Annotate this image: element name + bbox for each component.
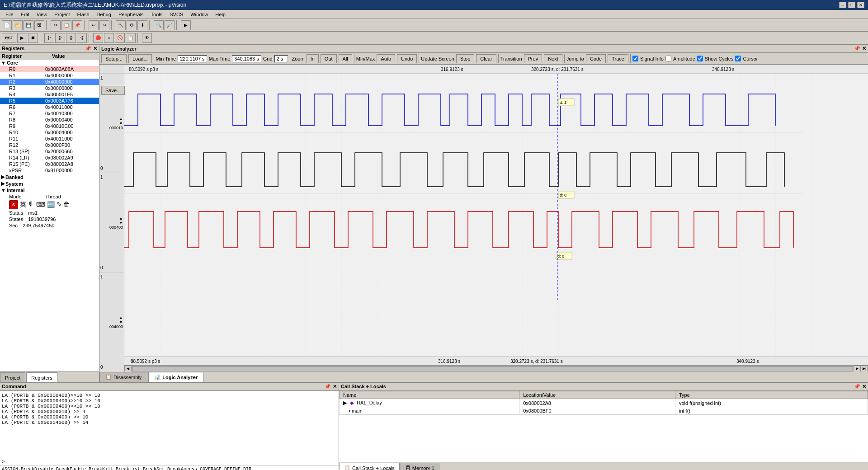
la-pin-icon[interactable]: 📌 — [854, 46, 860, 52]
reg-r3-row[interactable]: R3 0x00000000 — [0, 85, 99, 91]
core-group[interactable]: ▼ Core — [0, 60, 99, 66]
la-undo-btn[interactable]: Undo — [397, 54, 417, 63]
la-zoom-all[interactable]: All — [339, 54, 352, 63]
reg-r15-row[interactable]: R15 (PC) 0x080002A8 — [0, 161, 99, 167]
reg-r8-row[interactable]: R8 0x00000400 — [0, 117, 99, 123]
scroll-left[interactable]: ◀ — [124, 366, 132, 372]
reg-r14-row[interactable]: R14 (LR) 0x080002A9 — [0, 155, 99, 161]
internal-group[interactable]: ▼ Internal — [0, 187, 99, 193]
tb-open[interactable]: 📂 — [13, 20, 23, 30]
la-close-icon[interactable]: ✕ — [862, 46, 866, 52]
tb-stop-debug[interactable]: ⏹ — [28, 33, 38, 43]
tb-step-over[interactable]: {} — [55, 33, 65, 43]
la-zoom-in[interactable]: In — [307, 54, 319, 63]
tb-rebuild[interactable]: ⚙ — [127, 20, 137, 30]
la-prev-btn[interactable]: Prev — [524, 54, 542, 63]
reg-r4-row[interactable]: R4 0x000001F5 — [0, 91, 99, 98]
reg-r7-row[interactable]: R7 0x40010800 — [0, 110, 99, 117]
tb-save[interactable]: 💾 — [24, 20, 33, 30]
scroll-end[interactable]: ▶| — [861, 366, 868, 372]
reg-pin-icon[interactable]: 📌 — [85, 46, 91, 52]
cs-close-icon[interactable]: ✕ — [862, 384, 866, 390]
reg-r5-row[interactable]: R5 0x0003A776 — [0, 98, 99, 104]
la-trace-btn[interactable]: Trace — [608, 54, 628, 63]
tab-project[interactable]: Project — [0, 372, 25, 382]
tb-cut[interactable]: ✂ — [51, 20, 61, 30]
menu-debug[interactable]: Debug — [93, 11, 115, 18]
menu-peripherals[interactable]: Peripherals — [115, 11, 147, 18]
tb-undo[interactable]: ↩ — [89, 20, 99, 30]
minimize-button[interactable]: ─ — [839, 2, 846, 8]
tb-new[interactable]: 📄 — [2, 20, 12, 30]
tab-disassembly[interactable]: 📋 Disassembly — [99, 372, 147, 382]
menu-window[interactable]: Window — [187, 11, 212, 18]
menu-svcs[interactable]: SVCS — [166, 11, 187, 18]
la-cursor-check[interactable] — [735, 56, 741, 61]
tb-save-all[interactable]: 🖫 — [34, 20, 44, 30]
cmd-close-icon[interactable]: ✕ — [333, 384, 337, 390]
reg-r6-row[interactable]: R6 0x40011000 — [0, 104, 99, 110]
la-zoom-out[interactable]: Out — [321, 54, 337, 63]
menu-edit[interactable]: Edit — [17, 11, 33, 18]
reg-r1-row[interactable]: R1 0x40000000 — [0, 72, 99, 79]
tb-build[interactable]: 🔨 — [116, 20, 126, 30]
reg-close-icon[interactable]: ✕ — [93, 46, 97, 52]
la-show-cycles-check[interactable] — [697, 56, 703, 61]
maximize-button[interactable]: □ — [848, 2, 855, 8]
tb-step-out[interactable]: {} — [66, 33, 76, 43]
tb-bp-list[interactable]: 📋 — [126, 33, 136, 43]
tab-logic-analyzer[interactable]: 📊 Logic Analyzer — [148, 372, 203, 382]
la-load-btn[interactable]: Load... — [128, 54, 152, 63]
la-stop-btn[interactable]: Stop — [456, 54, 475, 63]
la-setup-btn[interactable]: Setup... — [101, 54, 127, 63]
tb-find[interactable]: 🔎 — [165, 20, 175, 30]
tb-paste[interactable]: 📌 — [72, 20, 82, 30]
menu-help[interactable]: Help — [212, 11, 229, 18]
scroll-thumb[interactable] — [132, 366, 853, 371]
cmd-pin-icon[interactable]: 📌 — [325, 384, 331, 390]
tb-rst[interactable]: RST — [2, 33, 16, 43]
la-clear-btn[interactable]: Clear — [476, 54, 496, 63]
reg-r10-row[interactable]: R10 0x00004000 — [0, 129, 99, 136]
menu-tools[interactable]: Tools — [147, 11, 166, 18]
tb-run[interactable]: ▶ — [17, 33, 27, 43]
command-content[interactable]: LA (PORTB & 0x00000400)>>10 >> 10 LA (PO… — [0, 391, 339, 458]
tb-redo[interactable]: ↪ — [99, 20, 109, 30]
reg-r2-row[interactable]: R2 0x40000000 — [0, 79, 99, 85]
tb-debug[interactable]: ▶ — [181, 20, 191, 30]
la-save-btn[interactable]: Save... — [101, 86, 125, 95]
reg-r12-row[interactable]: R12 0x0000F00 — [0, 142, 99, 148]
cs-pin-icon[interactable]: 📌 — [854, 384, 860, 390]
tb-copy[interactable]: 📋 — [61, 20, 71, 30]
close-button[interactable]: ✕ — [857, 2, 864, 8]
reg-r11-row[interactable]: R11 0x40011000 — [0, 136, 99, 142]
tb-step-into[interactable]: {} — [44, 33, 54, 43]
reg-r9-row[interactable]: R9 0x40010C00 — [0, 123, 99, 129]
btab-memory1[interactable]: 🗄 Memory 1 — [401, 463, 439, 470]
la-auto-btn[interactable]: Auto — [377, 54, 395, 63]
menu-view[interactable]: View — [33, 11, 51, 18]
callstack-row-main[interactable]: • main 0x08000BF0 int f() — [340, 407, 868, 415]
callstack-row-hal[interactable]: ▶ ◆ HAL_Delay 0x080002A8 void f(unsigned… — [340, 399, 868, 407]
menu-file[interactable]: File — [2, 11, 17, 18]
reg-xpsr-row[interactable]: xPSR 0x81000000 — [0, 167, 99, 174]
btab-callstack[interactable]: 📋 Call Stack + Locals — [339, 463, 400, 470]
tb-bp-toggle[interactable]: ○ — [104, 33, 114, 43]
tb-run-to[interactable]: {} — [77, 33, 87, 43]
la-next-btn[interactable]: Next — [544, 54, 562, 63]
menu-project[interactable]: Project — [51, 11, 73, 18]
tb-watch[interactable]: 👁 — [142, 33, 152, 43]
tb-bp-clear[interactable]: 🚫 — [115, 33, 125, 43]
tab-registers[interactable]: Registers — [26, 372, 57, 382]
la-code-btn[interactable]: Code — [586, 54, 606, 63]
tb-search[interactable]: 🔍 — [154, 20, 164, 30]
tb-breakpoint[interactable]: 🔴 — [93, 33, 103, 43]
tb-download[interactable]: ⬇ — [137, 20, 147, 30]
system-group[interactable]: ▶ System — [0, 180, 99, 187]
reg-r0-row[interactable]: R0 0x0003A88A — [0, 66, 99, 72]
reg-r13-row[interactable]: R13 (SP) 0x20000660 — [0, 148, 99, 155]
registers-content[interactable]: Register Value ▼ Core R0 0x0003A88A R1 0… — [0, 53, 99, 371]
scroll-right[interactable]: ▶ — [854, 366, 861, 372]
la-amplitude-check[interactable] — [665, 56, 671, 61]
menu-flash[interactable]: Flash — [74, 11, 93, 18]
